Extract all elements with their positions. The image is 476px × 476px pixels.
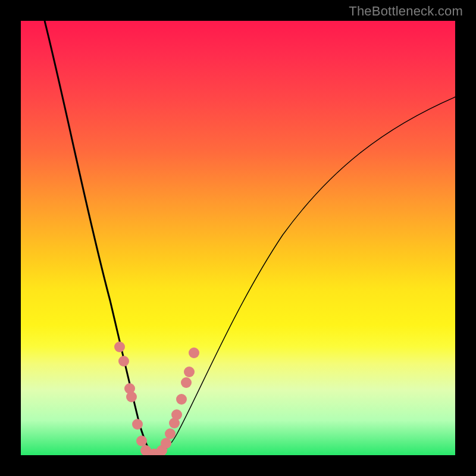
- watermark-text: TheBottleneck.com: [349, 4, 463, 19]
- svg-point-3: [126, 392, 137, 402]
- curve-left: [45, 21, 153, 455]
- marker-group-left: [114, 342, 159, 455]
- svg-point-16: [184, 367, 195, 377]
- marker-group-right: [154, 347, 199, 455]
- chart-svg: [21, 21, 455, 455]
- svg-point-17: [189, 347, 199, 358]
- svg-point-14: [176, 394, 187, 405]
- svg-point-4: [132, 419, 143, 430]
- chart-plot-area: [21, 21, 455, 455]
- svg-point-10: [161, 438, 171, 449]
- svg-point-11: [165, 428, 176, 439]
- curve-right: [153, 97, 455, 455]
- svg-point-5: [136, 436, 147, 446]
- svg-point-13: [171, 409, 182, 420]
- svg-point-1: [118, 356, 129, 367]
- svg-point-0: [114, 342, 125, 352]
- chart-frame: TheBottleneck.com: [0, 0, 476, 476]
- svg-point-15: [181, 377, 192, 388]
